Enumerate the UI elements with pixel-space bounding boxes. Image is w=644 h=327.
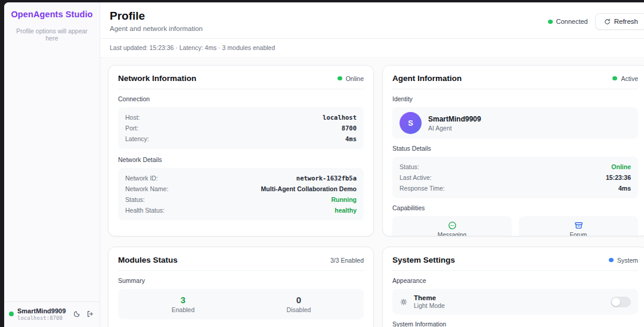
kv-row-response-time: Response Time: 4ms bbox=[400, 183, 631, 194]
page-header: Profile Agent and network information Co… bbox=[100, 2, 644, 38]
capabilities-grid: Messaging Forum Wiki bbox=[392, 216, 638, 236]
network-status-badge: Online bbox=[338, 75, 364, 82]
system-badge-label: System bbox=[617, 257, 638, 264]
modules-status-card: Modules Status 3/3 Enabled Summary 3 Ena… bbox=[108, 247, 374, 327]
kv-row-network-status: Status: Running bbox=[125, 194, 357, 205]
modules-enabled-badge: 3/3 Enabled bbox=[330, 257, 364, 264]
health-status-label: Health Status: bbox=[125, 207, 165, 214]
connection-section-label: Connection bbox=[118, 95, 364, 102]
disabled-stat: 0 Disabled bbox=[241, 295, 357, 313]
connection-status-label: Connected bbox=[556, 18, 588, 25]
kv-row-network-name: Network Name: Multi-Agent Collaboration … bbox=[125, 183, 357, 194]
latency-label: Latency: bbox=[125, 135, 149, 142]
active-dot-icon bbox=[612, 76, 617, 80]
network-id-value: network-1632fb5a bbox=[296, 175, 357, 182]
capability-messaging[interactable]: Messaging bbox=[392, 216, 512, 236]
refresh-icon bbox=[604, 18, 611, 25]
enabled-count: 3 bbox=[125, 295, 241, 305]
enabled-label: Enabled bbox=[125, 306, 241, 313]
host-value: localhost bbox=[323, 114, 357, 121]
last-active-value: 15:23:36 bbox=[606, 174, 631, 181]
connected-dot-icon bbox=[548, 20, 553, 24]
agent-information-card: Agent Information Active Identity S Smar… bbox=[382, 65, 644, 236]
refresh-label: Refresh bbox=[614, 18, 638, 25]
agent-card-title: Agent Information bbox=[392, 74, 462, 83]
sidebar-footer: SmartMind9909 localhost:8700 bbox=[4, 301, 100, 327]
connection-status-badge: Connected bbox=[548, 18, 588, 25]
host-label: Host: bbox=[125, 114, 140, 121]
capabilities-section-label: Capabilities bbox=[392, 204, 638, 211]
response-time-label: Response Time: bbox=[400, 185, 445, 192]
response-time-value: 4ms bbox=[618, 185, 631, 192]
theme-toggle-knob bbox=[612, 298, 620, 306]
archive-icon bbox=[574, 221, 583, 230]
network-card-title: Network Information bbox=[118, 74, 196, 83]
brand-title: OpenAgents Studio bbox=[4, 2, 100, 19]
sun-icon bbox=[400, 298, 408, 306]
capability-forum[interactable]: Forum bbox=[519, 216, 638, 236]
summary-section-label: Summary bbox=[118, 277, 364, 284]
theme-row: Theme Light Mode bbox=[392, 289, 638, 314]
system-settings-card: System Settings System Appearance Theme … bbox=[382, 247, 644, 327]
agent-status-label: Active bbox=[621, 75, 638, 82]
refresh-button[interactable]: Refresh bbox=[595, 13, 644, 30]
main-panel: Profile Agent and network information Co… bbox=[100, 2, 644, 327]
modules-summary-box: 3 Enabled 0 Disabled bbox=[118, 289, 364, 319]
agent-status-row-label: Status: bbox=[400, 163, 419, 170]
footer-agent-name: SmartMind9909 bbox=[17, 307, 70, 315]
agent-type: AI Agent bbox=[428, 124, 481, 132]
system-information-section-label: System Information bbox=[392, 320, 638, 327]
disabled-label: Disabled bbox=[241, 306, 357, 313]
system-badge: System bbox=[609, 257, 638, 264]
disabled-count: 0 bbox=[241, 295, 357, 305]
app-window: OpenAgents Studio Profile options will a… bbox=[4, 2, 644, 327]
moon-icon[interactable] bbox=[73, 310, 80, 317]
system-dot-icon bbox=[609, 258, 614, 262]
modules-card-title: Modules Status bbox=[118, 256, 178, 264]
agent-status-row-value: Online bbox=[611, 163, 631, 170]
kv-row-agent-status: Status: Online bbox=[400, 161, 631, 172]
kv-row-latency: Latency: 4ms bbox=[125, 133, 357, 144]
network-id-label: Network ID: bbox=[125, 175, 158, 182]
logout-icon[interactable] bbox=[86, 310, 94, 317]
network-details-box: Network ID: network-1632fb5a Network Nam… bbox=[118, 168, 364, 220]
port-value: 8700 bbox=[342, 124, 357, 132]
kv-row-host: Host: localhost bbox=[125, 112, 357, 123]
network-status-row-label: Status: bbox=[125, 196, 145, 203]
avatar: S bbox=[400, 112, 422, 134]
kv-row-health-status: Health Status: healthy bbox=[125, 205, 357, 216]
network-name-value: Multi-Agent Collaboration Demo bbox=[261, 185, 357, 192]
kv-row-last-active: Last Active: 15:23:36 bbox=[400, 172, 631, 183]
sidebar: OpenAgents Studio Profile options will a… bbox=[4, 2, 100, 327]
network-status-label: Online bbox=[346, 75, 364, 82]
kv-row-network-id: Network ID: network-1632fb5a bbox=[125, 173, 357, 183]
network-information-card: Network Information Online Connection Ho… bbox=[108, 65, 374, 236]
chat-bubble-icon bbox=[448, 221, 457, 230]
sidebar-placeholder-text: Profile options will appear here bbox=[4, 19, 100, 42]
status-details-section-label: Status Details bbox=[392, 145, 638, 152]
capability-messaging-label: Messaging bbox=[438, 232, 466, 237]
theme-toggle[interactable] bbox=[611, 297, 631, 307]
last-updated-meta: Last updated: 15:23:36 · Latency: 4ms · … bbox=[100, 38, 644, 58]
agent-status-badge: Active bbox=[612, 75, 638, 82]
agent-status-dot bbox=[9, 312, 14, 316]
latency-value: 4ms bbox=[345, 135, 357, 142]
cards-grid: Network Information Online Connection Ho… bbox=[100, 58, 644, 327]
identity-section-label: Identity bbox=[392, 95, 638, 102]
system-card-title: System Settings bbox=[392, 256, 455, 264]
network-status-row-value: Running bbox=[331, 196, 357, 203]
theme-mode-value: Light Mode bbox=[414, 302, 605, 309]
page-subtitle: Agent and network information bbox=[110, 25, 203, 32]
theme-title: Theme bbox=[414, 294, 605, 301]
enabled-stat: 3 Enabled bbox=[125, 295, 241, 313]
connection-box: Host: localhost Port: 8700 Latency: 4ms bbox=[118, 107, 364, 149]
last-active-label: Last Active: bbox=[400, 174, 432, 181]
page-title: Profile bbox=[110, 10, 203, 23]
capability-forum-label: Forum bbox=[570, 232, 587, 237]
status-details-box: Status: Online Last Active: 15:23:36 Res… bbox=[392, 157, 638, 198]
online-dot-icon bbox=[338, 76, 342, 80]
identity-box: S SmartMind9909 AI Agent bbox=[392, 107, 638, 139]
footer-agent-address: localhost:8700 bbox=[17, 315, 70, 321]
footer-identity: SmartMind9909 localhost:8700 bbox=[17, 307, 70, 321]
kv-row-port: Port: 8700 bbox=[125, 123, 357, 133]
